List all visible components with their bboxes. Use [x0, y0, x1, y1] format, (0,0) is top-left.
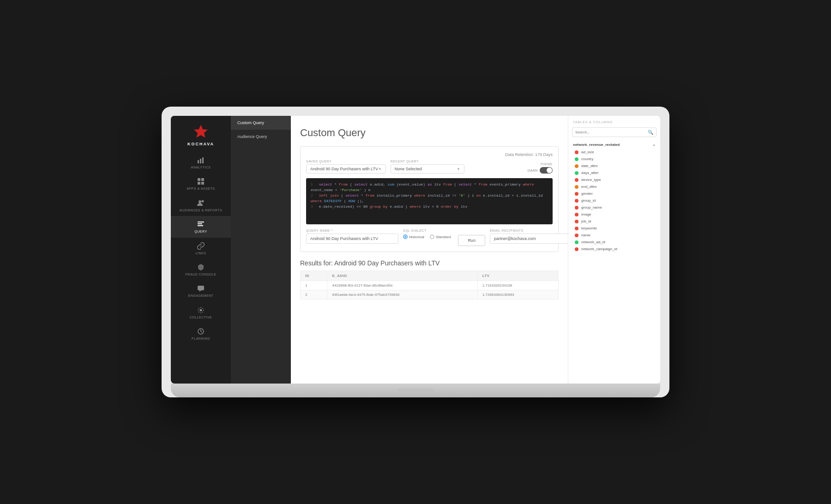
sub-sidebar: Custom Query Audience Query — [231, 116, 291, 384]
saved-query-label: SAVED QUERY — [306, 160, 386, 163]
col-type-dot — [575, 227, 578, 230]
theme-group: THEME DARK — [528, 162, 553, 174]
col-type-dot — [575, 192, 578, 196]
table-cell-e_adid: 64f1aebb-fac4-4475-fbde-975ab3739830 — [327, 290, 477, 300]
sidebar-item-audiences[interactable]: AUDIENCES & REPORTS — [171, 195, 231, 216]
column-item[interactable]: end_dttm — [568, 183, 660, 190]
dark-toggle[interactable]: DARK — [528, 167, 553, 174]
column-item[interactable]: network_ad_id — [568, 239, 660, 246]
theme-label: THEME — [540, 162, 553, 166]
logo-text: KOCHAVA — [187, 142, 214, 146]
col-type-dot — [575, 206, 578, 210]
column-item[interactable]: gender — [568, 190, 660, 197]
sub-sidebar-custom-query[interactable]: Custom Query — [231, 116, 291, 130]
col-type-dot — [575, 178, 578, 182]
sidebar-item-apps-assets[interactable]: APPS & ASSETS — [171, 173, 231, 194]
query-name-label: QUERY NAME * — [306, 229, 398, 232]
column-item[interactable]: job_id — [568, 218, 660, 225]
col-name: network_ad_id — [581, 240, 605, 244]
col-name: job_id — [581, 219, 591, 223]
column-item[interactable]: country — [568, 156, 660, 162]
col-name: days_after — [581, 171, 598, 175]
columns-search-input[interactable] — [575, 130, 648, 134]
recent-query-label: RECENT QUERY — [391, 160, 464, 163]
svg-rect-6 — [198, 182, 200, 185]
bottom-controls: QUERY NAME * SQL DIALECT Historical — [306, 229, 553, 246]
column-item[interactable]: group_id — [568, 197, 660, 204]
radio-dot-historical — [403, 234, 408, 239]
email-input[interactable] — [490, 234, 568, 244]
col-type-dot — [575, 240, 578, 244]
column-item[interactable]: group_name — [568, 204, 660, 211]
col-type-dot — [575, 234, 578, 237]
laptop-base — [171, 384, 660, 397]
svg-point-14 — [200, 309, 202, 311]
recent-query-select[interactable]: None Selected ▼ — [391, 164, 464, 174]
svg-marker-0 — [194, 125, 208, 138]
search-box[interactable]: 🔍 — [572, 127, 656, 137]
saved-query-select[interactable]: Android 90 Day Purchasers with LTV ▼ — [306, 164, 386, 174]
table-cell-ltv: 1.7163326234108 — [477, 281, 558, 290]
col-name: network_campaign_id — [581, 247, 617, 251]
column-item[interactable]: keywords — [568, 225, 660, 232]
laptop-shell: KOCHAVA ANALYTICS APPS & ASSETS — [162, 107, 669, 397]
col-name: group_name — [581, 205, 602, 210]
column-item[interactable]: date_dttm — [568, 162, 660, 169]
col-name: device_type — [581, 178, 601, 182]
col-name: name — [581, 233, 590, 237]
col-name: date_dttm — [581, 164, 598, 168]
results-table-header: id e_adid ltv — [301, 271, 559, 281]
code-editor[interactable]: 1 select * from ( select e.adid, sum (ev… — [306, 178, 553, 224]
shield-icon — [196, 263, 205, 272]
column-item[interactable]: name — [568, 232, 660, 239]
svg-rect-12 — [198, 225, 203, 226]
column-list: ad_sizecountrydate_dttmdays_afterdevice_… — [568, 149, 660, 252]
column-item[interactable]: ad_size — [568, 149, 660, 156]
kochava-logo-star — [193, 123, 209, 140]
table-cell-id: 1 — [301, 281, 327, 290]
table-name-row[interactable]: network_revenue_restated ▲ — [568, 141, 660, 149]
sidebar-item-collective[interactable]: COLLECTIVE — [171, 302, 231, 323]
col-type-dot — [575, 247, 578, 251]
sidebar-item-planning[interactable]: PLANNING — [171, 323, 231, 344]
sidebar-item-analytics[interactable]: ANALYTICS — [171, 152, 231, 173]
column-item[interactable]: network_campaign_id — [568, 246, 660, 252]
col-type-dot — [575, 199, 578, 203]
svg-point-9 — [202, 200, 204, 202]
right-panel-title: TABLES & COLUMNS — [568, 120, 660, 127]
run-button[interactable]: Run — [458, 235, 485, 246]
sql-dialect-group: SQL DIALECT Historical Standard — [403, 229, 451, 239]
column-item[interactable]: device_type — [568, 176, 660, 183]
sidebar-item-query[interactable]: QUERY — [171, 216, 231, 237]
message-icon — [196, 284, 205, 293]
sub-sidebar-audience-query[interactable]: Audience Query — [231, 130, 291, 144]
recent-query-chevron: ▼ — [457, 167, 460, 171]
query-name-input[interactable] — [306, 234, 398, 244]
svg-rect-10 — [198, 222, 204, 222]
radio-standard[interactable]: Standard — [430, 234, 451, 239]
email-recipients-group: EMAIL RECIPIENTS — [490, 229, 568, 244]
radio-historical[interactable]: Historical — [403, 234, 424, 239]
sidebar-item-links[interactable]: LINKS — [171, 238, 231, 259]
col-name: group_id — [581, 198, 596, 203]
email-recipients-label: EMAIL RECIPIENTS — [490, 229, 568, 232]
search-icon[interactable]: 🔍 — [648, 130, 653, 135]
column-item[interactable]: image — [568, 211, 660, 218]
sidebar-item-fraud-label: FRAUD CONSOLE — [186, 273, 217, 276]
col-header-ltv: ltv — [477, 271, 558, 281]
sidebar-item-engagement[interactable]: ENGAGEMENT — [171, 280, 231, 301]
right-panel: TABLES & COLUMNS 🔍 network_revenue_resta… — [568, 116, 660, 384]
svg-rect-13 — [198, 286, 204, 290]
sql-dialect-radios: Historical Standard — [403, 234, 451, 239]
query-top-row: SAVED QUERY Android 90 Day Purchasers wi… — [306, 160, 553, 174]
sql-dialect-label: SQL DIALECT — [403, 229, 451, 232]
sidebar-item-fraud[interactable]: FRAUD CONSOLE — [171, 259, 231, 280]
toggle-switch[interactable] — [540, 167, 553, 174]
radio-dot-standard — [430, 234, 434, 239]
svg-rect-7 — [201, 182, 204, 185]
column-item[interactable]: days_after — [568, 169, 660, 176]
link-icon — [196, 241, 205, 251]
col-name: ad_size — [581, 150, 594, 154]
recent-query-group: RECENT QUERY None Selected ▼ — [391, 160, 464, 174]
table-chevron-icon: ▲ — [652, 143, 656, 146]
